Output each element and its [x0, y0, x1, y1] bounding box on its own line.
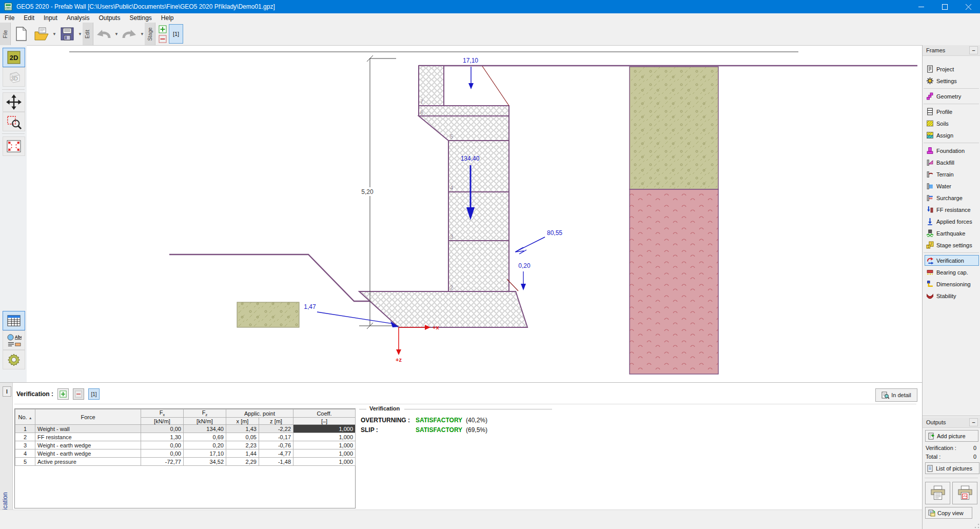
new-file-button[interactable]: [11, 24, 31, 44]
verification-frame: Verification I Verification : [1] In det…: [0, 382, 922, 529]
print-picture-button[interactable]: [952, 482, 977, 504]
table-row[interactable]: 5Active pressure-72,7734,522,29-1,481,00…: [15, 458, 356, 466]
force-label-active: 80,55: [547, 229, 562, 237]
main-toolbar: File ▼ ▼ Edit: [0, 23, 980, 46]
frames-item-geometry[interactable]: Geometry: [925, 91, 979, 102]
frames-item-terrain[interactable]: Terrain: [925, 169, 979, 180]
coeff-cell[interactable]: 1,000: [293, 433, 356, 441]
view-3d-button[interactable]: 3D: [3, 67, 25, 87]
open-dropdown-arrow[interactable]: ▼: [52, 24, 57, 44]
table-row[interactable]: 2FF resistance1,300,690,05-0,171,000: [15, 433, 356, 441]
minimize-button[interactable]: [909, 0, 933, 13]
print-document-button[interactable]: [925, 482, 950, 504]
frames-item-project[interactable]: Project: [925, 64, 979, 74]
frames-item-assign[interactable]: Assign: [925, 130, 979, 141]
save-dropdown-arrow[interactable]: ▼: [77, 24, 83, 44]
drawing-settings-button[interactable]: Abc: [3, 330, 25, 350]
wall-foundation: [359, 291, 527, 327]
in-detail-button[interactable]: In detail: [875, 388, 917, 402]
remove-stage-button[interactable]: [159, 35, 167, 43]
view-2d-button[interactable]: 2D: [3, 48, 25, 67]
force-label-small: 0,20: [518, 262, 531, 269]
zoom-fit-button[interactable]: [3, 136, 25, 156]
frames-item-dimensioning[interactable]: Dimensioning: [925, 279, 979, 289]
frames-item-surcharge[interactable]: Surcharge: [925, 192, 979, 203]
add-force-button[interactable]: [57, 388, 69, 400]
verification-count-label: Verification :: [926, 445, 956, 451]
forces-table[interactable]: No. ▲ForceFxFzApplic. pointCoeff.[kN/m][…: [15, 409, 356, 466]
frames-item-profile[interactable]: Profile: [925, 106, 979, 117]
coeff-cell[interactable]: 1,000: [293, 441, 356, 449]
gear-icon: [7, 352, 21, 367]
drawing-canvas[interactable]: 7 6 5 4 3 2 5,20 17,10 134,4: [27, 45, 922, 383]
coeff-cell[interactable]: 1,000: [293, 458, 356, 466]
undo-button[interactable]: [94, 24, 113, 44]
frames-item-verification[interactable]: Verification: [925, 255, 979, 266]
frames-item-earthquake[interactable]: Earthquake: [925, 228, 979, 239]
col-coeff[interactable]: Coeff.: [293, 409, 356, 418]
zoom-region-button[interactable]: [3, 112, 25, 131]
col-fx[interactable]: Fx: [141, 409, 184, 418]
menu-item-edit[interactable]: Edit: [19, 14, 39, 22]
redo-button[interactable]: [120, 24, 139, 44]
verification-header-label: Verification :: [16, 390, 53, 398]
frames-item-settings[interactable]: Settings: [925, 75, 979, 86]
frame-side-strip: Verification: [0, 383, 13, 510]
frames-item-water[interactable]: Water: [925, 181, 979, 191]
frames-item-ff-resistance[interactable]: FF resistance: [925, 204, 979, 215]
toolbar-group-file: File: [0, 23, 11, 45]
col-force[interactable]: Force: [35, 409, 141, 425]
wall-block-4: [448, 141, 509, 192]
title-bar[interactable]: GEO5 2020 - Prefab Wall [C:\Users\Public…: [0, 0, 980, 13]
menu-item-input[interactable]: Input: [39, 14, 62, 22]
coeff-cell[interactable]: 1,000: [293, 449, 356, 458]
settings-gear-button[interactable]: [3, 350, 25, 369]
svg-text:3D: 3D: [11, 75, 18, 82]
frames-item-foundation[interactable]: Foundation: [925, 145, 979, 156]
stage-indicator-button[interactable]: [1]: [88, 388, 100, 400]
table-row[interactable]: 3Weight - earth wedge0,000,202,23-0,761,…: [15, 441, 356, 449]
collapse-frame-button[interactable]: I: [3, 386, 11, 397]
menu-item-file[interactable]: File: [0, 14, 19, 22]
menu-item-help[interactable]: Help: [156, 14, 179, 22]
menu-item-analysis[interactable]: Analysis: [62, 14, 94, 22]
frames-minimize-button[interactable]: –: [969, 46, 978, 54]
menu-item-outputs[interactable]: Outputs: [94, 14, 125, 22]
open-file-button[interactable]: [32, 24, 51, 44]
table-row[interactable]: 1Weight - wall0,00134,401,43-2,221,000: [15, 425, 356, 433]
frames-item-stage-settings[interactable]: 21Stage settings: [925, 240, 979, 250]
overturning-status: SATISFACTORY: [416, 417, 466, 424]
list-of-pictures-button[interactable]: List of pictures: [925, 462, 979, 474]
close-button[interactable]: [956, 0, 980, 13]
menu-item-settings[interactable]: Settings: [125, 14, 156, 22]
undo-dropdown-arrow[interactable]: ▼: [114, 24, 119, 44]
outputs-minimize-button[interactable]: –: [969, 418, 978, 426]
redo-dropdown-arrow[interactable]: ▼: [140, 24, 145, 44]
add-stage-button[interactable]: [159, 25, 167, 33]
total-count-value: 0: [973, 454, 976, 460]
col-no[interactable]: No. ▲: [15, 409, 35, 425]
frames-item-stability[interactable]: Stability: [925, 290, 979, 301]
zoom-magnifier-icon: [6, 114, 22, 129]
table-view-button[interactable]: [3, 311, 25, 330]
frames-item-applied-forces[interactable]: Applied forces: [925, 216, 979, 227]
profile-icon: [926, 108, 934, 115]
svg-text:4: 4: [450, 185, 453, 191]
frames-item-soils[interactable]: Soils: [925, 118, 979, 129]
stage-1-button[interactable]: [1]: [169, 24, 183, 44]
app-icon: [4, 3, 12, 11]
resize-grip[interactable]: [974, 523, 979, 528]
save-button[interactable]: [57, 24, 77, 44]
table-row[interactable]: 4Weight - earth wedge0,0017,101,44-4,771…: [15, 449, 356, 458]
col-fz[interactable]: Fz: [184, 409, 226, 418]
coeff-cell[interactable]: 1,000: [293, 425, 356, 433]
pan-tool-button[interactable]: [3, 92, 25, 112]
frames-item-bearing-cap[interactable]: Bearing cap.: [925, 267, 979, 278]
add-picture-button[interactable]: Add picture: [925, 430, 978, 442]
maximize-button[interactable]: [933, 0, 956, 13]
col-applic-point[interactable]: Applic. point: [226, 409, 293, 418]
copy-view-button[interactable]: Copy view: [925, 507, 972, 519]
frames-item-backfill[interactable]: Backfill: [925, 157, 979, 168]
remove-force-button[interactable]: [73, 388, 84, 400]
wall-block-3: [448, 192, 509, 241]
